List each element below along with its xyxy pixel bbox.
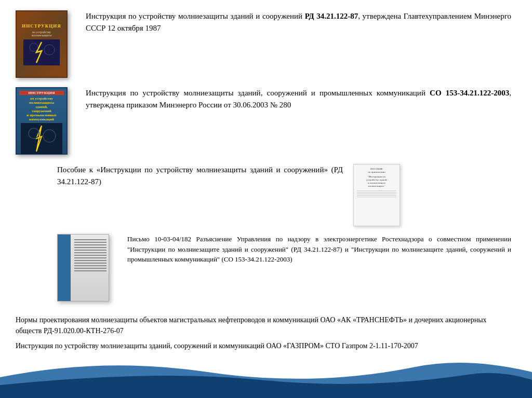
- book-cover-image-1: ИНСТРУКЦИЯ по устройствумолниезащиты: [16, 10, 68, 78]
- book1-subtitle: по устройствумолниезащиты: [32, 31, 51, 37]
- book-cover-image-3: [57, 234, 109, 301]
- text-2-bold: СО 153-34.21.122-2003: [430, 89, 509, 97]
- pismo-text-block: Письмо 10-03-04/182 Разъяснение Управлен…: [127, 234, 511, 265]
- pc-header: ПОСОБИЕпо применению: [368, 168, 385, 174]
- text-1-before: Инструкция по устройству молниезащиты зд…: [86, 12, 305, 20]
- text-2-before: Инструкция по устройству молниезащиты зд…: [86, 89, 430, 97]
- book3-bluebar: [58, 235, 71, 301]
- book1-title: ИНСТРУКЦИЯ: [22, 23, 61, 29]
- text-1-bold: РД 34.21.122-87: [305, 12, 358, 20]
- posobie-cover-container: ПОСОБИЕпо применению "Инструкции поустро…: [353, 164, 400, 226]
- book3-content: [74, 237, 107, 299]
- bottom-item-1: Нормы проектирования молниезащиты объект…: [16, 314, 511, 336]
- book-cover-2-wrap: ИНСТРУКЦИЯ по устройствумолниезащитыздан…: [16, 87, 73, 155]
- pc-title: "Инструкции поустройству зданийи молниез…: [366, 175, 387, 188]
- content-area: ИНСТРУКЦИЯ по устройствумолниезащиты Инс…: [16, 10, 511, 351]
- pismo-text: Письмо 10-03-04/182 Разъяснение Управлен…: [127, 235, 511, 263]
- book1-image: [23, 39, 60, 65]
- book2-title: по устройствумолниезащитызданий,сооружен…: [26, 97, 56, 121]
- bottom-item-2: Инструкция по устройству молниезащиты зд…: [16, 340, 511, 351]
- text-block-1: Инструкция по устройству молниезащиты зд…: [86, 10, 511, 34]
- bottom-text-2: Инструкция по устройству молниезащиты зд…: [16, 342, 418, 350]
- item-row-1: ИНСТРУКЦИЯ по устройствумолниезащиты Инс…: [16, 10, 511, 78]
- bottom-wave-decoration: [0, 346, 532, 398]
- book2-topbar: ИНСТРУКЦИЯ: [19, 91, 64, 95]
- posobie-text-block: Пособие к «Инструкции по устройству молн…: [57, 164, 343, 187]
- posobie-cover-image: ПОСОБИЕпо применению "Инструкции поустро…: [353, 164, 400, 226]
- slide-container: ИНСТРУКЦИЯ по устройствумолниезащиты Инс…: [0, 0, 532, 398]
- posobie-text: Пособие к «Инструкции по устройству молн…: [57, 166, 343, 186]
- pismo-row: Письмо 10-03-04/182 Разъяснение Управлен…: [57, 234, 511, 301]
- bottom-items-section: Нормы проектирования молниезащиты объект…: [16, 314, 511, 351]
- item-row-2: ИНСТРУКЦИЯ по устройствумолниезащитыздан…: [16, 87, 511, 155]
- book-cover-image-2: ИНСТРУКЦИЯ по устройствумолниезащитыздан…: [16, 87, 68, 155]
- bottom-text-1: Нормы проектирования молниезащиты объект…: [16, 316, 487, 335]
- text-block-2: Инструкция по устройству молниезащиты зд…: [86, 87, 511, 111]
- book-cover-1: ИНСТРУКЦИЯ по устройствумолниезащиты: [16, 10, 73, 78]
- book2-topbar-text: ИНСТРУКЦИЯ: [29, 91, 55, 95]
- pc-lines: [357, 190, 396, 198]
- book2-image: [21, 123, 62, 154]
- book3-cover-wrap: [57, 234, 114, 301]
- posobie-row: Пособие к «Инструкции по устройству молн…: [57, 164, 511, 226]
- book3-lines: [74, 239, 107, 271]
